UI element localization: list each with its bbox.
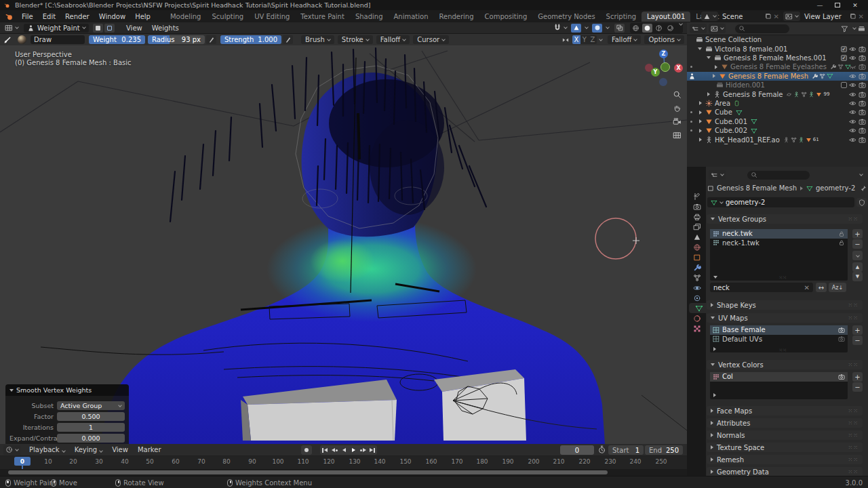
eye-icon[interactable]	[849, 136, 856, 144]
mode-selector[interactable]: Weight Paint	[24, 24, 89, 33]
snap-magnet-icon[interactable]	[553, 24, 561, 32]
timeline-ruler[interactable]: 10 20 30 40 50 60 70 80 90 100 110 120 1…	[0, 456, 687, 469]
end-frame-field[interactable]: End 250	[645, 445, 683, 455]
vgroup-remove-button[interactable]: −	[852, 239, 863, 249]
mirror-y-toggle[interactable]: Y	[580, 35, 589, 44]
smooth-panel-header[interactable]: Smooth Vertex Weights	[5, 384, 129, 396]
brush-preview-thumbnail[interactable]	[18, 35, 26, 44]
next-keyframe-button[interactable]	[358, 445, 368, 455]
strength-slider[interactable]: Strength 1.000	[220, 35, 281, 44]
eye-icon[interactable]	[849, 45, 856, 53]
camera-render-icon[interactable]	[859, 81, 866, 89]
tab-modifiers-icon[interactable]	[692, 262, 702, 272]
properties-search-input[interactable]	[747, 171, 810, 180]
outliner-row-genesis-armature[interactable]: Genesis 8 Female 99	[687, 89, 868, 98]
vcol-remove-button[interactable]: −	[852, 382, 863, 392]
subset-dropdown[interactable]: Active Group	[57, 401, 125, 410]
outliner-row-hidden-collection[interactable]: Hidden.001	[687, 81, 868, 89]
camera-render-icon[interactable]	[838, 327, 845, 333]
gizmo-center[interactable]	[660, 62, 670, 72]
falloff-popover[interactable]: Falloff	[376, 35, 410, 44]
outliner-row-meshes-collection[interactable]: Genesis 8 Female Meshes.001 ✓	[687, 54, 868, 62]
camera-render-icon[interactable]	[859, 63, 866, 70]
outliner-row-area-light[interactable]: Area	[687, 99, 868, 108]
falloff-sphere-icon[interactable]	[592, 24, 602, 33]
face-maps-panel-header[interactable]: Face Maps⁙⁙	[707, 406, 863, 415]
solid-shading-icon[interactable]	[642, 24, 652, 33]
tab-scripting[interactable]: Scripting	[601, 12, 642, 22]
outliner-funnel-filter-icon[interactable]	[841, 25, 848, 33]
camera-render-icon[interactable]	[859, 118, 866, 125]
tab-layout-001[interactable]: Layout.001	[642, 12, 690, 22]
gizmo-z-neg-axis[interactable]	[659, 78, 667, 86]
editor-type-button[interactable]	[3, 23, 20, 33]
start-frame-field[interactable]: Start 1	[608, 445, 644, 455]
mirror-options-chevron[interactable]	[599, 37, 603, 41]
menu-keying[interactable]: Keying	[70, 446, 108, 453]
auto-keying-record-button[interactable]	[301, 445, 312, 455]
unlink-scene-icon[interactable]: ✕	[774, 13, 779, 20]
menu-render[interactable]: Render	[60, 13, 94, 20]
tab-texture-paint[interactable]: Texture Paint	[295, 12, 350, 22]
rendered-shading-icon[interactable]	[665, 24, 675, 33]
menu-edit[interactable]: Edit	[38, 13, 60, 20]
vgroup-move-up-button[interactable]: ▲	[852, 262, 863, 272]
uv-map-item[interactable]: Default UVs	[710, 335, 848, 344]
tab-geometry-nodes[interactable]: Geometry Nodes	[532, 12, 600, 22]
radius-pressure-icon[interactable]	[206, 35, 216, 44]
camera-render-icon[interactable]	[859, 127, 866, 134]
menu-marker[interactable]: Marker	[133, 446, 166, 453]
camera-render-icon[interactable]	[859, 91, 866, 98]
expand-icon[interactable]	[699, 138, 702, 142]
eye-icon[interactable]	[849, 73, 856, 80]
falloff-sphere-chevron[interactable]	[606, 25, 610, 29]
expand-icon[interactable]	[699, 110, 702, 115]
collection-checkbox[interactable]: ✓	[841, 55, 847, 61]
uv-maps-panel-header[interactable]: UV Maps⁙⁙	[707, 313, 863, 323]
tab-physics-icon[interactable]	[692, 283, 702, 293]
vcol-add-button[interactable]: +	[852, 372, 863, 382]
menu-timeline-view[interactable]: View	[107, 446, 133, 453]
camera-view-icon[interactable]	[671, 115, 683, 127]
outliner-row-victoria[interactable]: Victoria 8 female.001 ✓	[687, 44, 868, 53]
camera-render-icon[interactable]	[838, 336, 845, 342]
blender-menu-logo-icon[interactable]	[5, 12, 14, 21]
vertex-colors-list[interactable]: Col	[710, 372, 848, 399]
tab-scene-icon[interactable]	[692, 232, 702, 242]
eye-icon[interactable]	[849, 127, 856, 134]
tab-sculpting[interactable]: Sculpting	[206, 12, 249, 22]
camera-render-icon[interactable]	[859, 73, 866, 80]
texture-space-panel-header[interactable]: Texture Space⁙⁙	[707, 443, 863, 452]
camera-render-icon[interactable]	[859, 45, 866, 53]
tab-texture-icon[interactable]	[692, 323, 702, 333]
shading-options-chevron[interactable]	[679, 22, 683, 26]
outliner-row-cube-002[interactable]: Cube.002	[687, 126, 868, 135]
eye-icon[interactable]	[849, 81, 856, 89]
tab-rendering[interactable]: Rendering	[433, 12, 479, 22]
pan-view-hand-icon[interactable]	[671, 102, 683, 114]
zoom-view-icon[interactable]	[671, 88, 683, 100]
breadcrumb-data[interactable]: geometry-2	[816, 184, 855, 192]
timeline-editor-type-button[interactable]	[3, 445, 20, 455]
proportional-chevron[interactable]	[585, 25, 589, 29]
jump-to-start-button[interactable]	[320, 445, 330, 455]
tab-particles-icon[interactable]	[692, 272, 702, 283]
current-frame-field[interactable]: 0	[560, 445, 594, 455]
camera-render-icon[interactable]	[859, 100, 866, 107]
symmetry-falloff-popover[interactable]: Falloff	[608, 35, 642, 44]
vertex-select-mask-toggle[interactable]	[104, 24, 115, 33]
collection-checkbox[interactable]: ✓	[841, 46, 847, 52]
filter-invert-icon[interactable]: ↔	[816, 283, 827, 292]
brush-name-field[interactable]: Draw	[31, 35, 85, 44]
jump-to-end-button[interactable]	[368, 445, 377, 455]
menu-viewport-weights[interactable]: Weights	[147, 24, 184, 32]
vertex-color-item-active[interactable]: Col	[710, 372, 848, 382]
fake-user-shield-icon[interactable]	[856, 198, 867, 207]
gizmo-y-axis[interactable]: Y	[651, 68, 660, 77]
outliner-row-cube-001[interactable]: Cube.001	[687, 117, 868, 126]
mirror-z-toggle[interactable]: Z	[589, 35, 597, 44]
material-preview-icon[interactable]	[654, 24, 664, 33]
vertex-group-item-active[interactable]: neck.twk	[710, 229, 848, 239]
tab-shading[interactable]: Shading	[350, 12, 389, 22]
mirror-x-toggle[interactable]: X	[572, 35, 580, 44]
